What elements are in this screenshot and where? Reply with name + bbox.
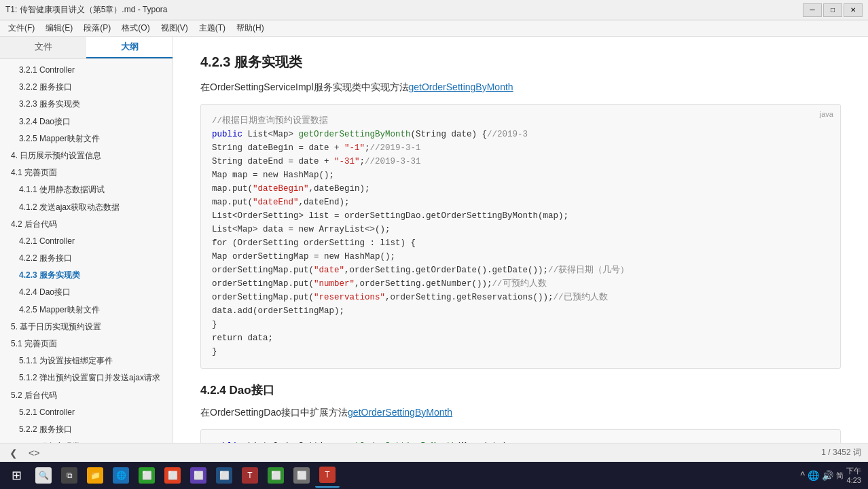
tray-caret[interactable]: ^ [800, 470, 805, 481]
tray-ime[interactable]: 简 [836, 471, 844, 481]
app6-icon: ⬜ [268, 467, 284, 484]
code-line: public List<Map> getOrderSettingByMonth(… [212, 128, 829, 141]
code-line: for (OrderSetting orderSetting : list) { [212, 236, 829, 250]
taskbar-browser[interactable]: 🌐 [109, 463, 133, 488]
code-line: map.put("dateBegin",dateBegin); [212, 182, 829, 196]
editor-area[interactable]: 4.2.3 服务实现类 在OrderSettingServiceImpl服务实现… [173, 37, 868, 443]
code-line: map.put("dateEnd",dateEnd); [212, 196, 829, 209]
outline-item[interactable]: 5.2 后台代码 [0, 387, 173, 404]
taskbar-taskview[interactable]: ⧉ [57, 463, 82, 488]
taskbar-app1[interactable]: ⬜ [134, 463, 159, 488]
bottom-bar: ❮ <> 1 / 3452 词 [0, 443, 868, 462]
outline-item[interactable]: 4.2.2 服务接口 [0, 250, 173, 267]
outline-item[interactable]: 4.1 完善页面 [0, 164, 173, 181]
window-title: T1: 传智健康项目讲义（第5章）.md - Typora [5, 4, 167, 16]
menu-view[interactable]: 视图(V) [156, 21, 194, 35]
lang-tag-423: java [820, 109, 833, 121]
window-controls: ─ □ ✕ [803, 3, 863, 17]
taskbar-app2[interactable]: ⬜ [160, 463, 185, 488]
app7-icon: ⬜ [293, 467, 310, 484]
code-block-423: java //根据日期查询预约设置数据public List<Map> getO… [200, 104, 841, 369]
taskbar: ⊞ 🔍 ⧉ 📁 🌐 ⬜ ⬜ ⬜ ⬜ T ⬜ ⬜ T ^ 🌐 🔊 简 下午 [0, 462, 868, 489]
outline-item[interactable]: 5.1 完善页面 [0, 336, 173, 352]
browser-icon: 🌐 [113, 467, 129, 484]
code-line: List<OrderSetting> list = orderSettingDa… [212, 209, 829, 223]
close-button[interactable]: ✕ [844, 3, 863, 17]
outline-item[interactable]: 5.2.1 Controller [0, 404, 173, 421]
taskbar-search[interactable]: 🔍 [31, 463, 56, 488]
menu-bar: 文件(F) 编辑(E) 段落(P) 格式(O) 视图(V) 主题(T) 帮助(H… [0, 20, 868, 37]
code-line: orderSettingMap.put("reservations",order… [212, 291, 829, 304]
taskbar-files[interactable]: 📁 [83, 463, 107, 488]
link-getOrderSettingByMonth[interactable]: getOrderSettingByMonth [409, 82, 513, 92]
tab-outline[interactable]: 大纲 [86, 37, 173, 58]
search-icon: 🔍 [35, 467, 52, 484]
minimize-button[interactable]: ─ [803, 3, 822, 17]
start-button[interactable]: ⊞ [3, 463, 30, 488]
code-line: String dateEnd = date + "-31";//2019-3-3… [212, 155, 829, 168]
outline-item[interactable]: 4.2.3 服务实现类 [0, 267, 173, 284]
maximize-button[interactable]: □ [823, 3, 842, 17]
taskbar-app3[interactable]: ⬜ [186, 463, 211, 488]
description-424: 在OrderSettingDao接口中扩展方法getOrderSettingBy… [200, 405, 841, 421]
menu-theme[interactable]: 主题(T) [194, 21, 231, 35]
taskview-icon: ⧉ [61, 467, 77, 484]
menu-edit[interactable]: 编辑(E) [40, 21, 78, 35]
tray-network[interactable]: 🌐 [808, 470, 819, 481]
nav-left-button[interactable]: ❮ [7, 448, 20, 458]
nav-code-button[interactable]: <> [26, 448, 42, 458]
code-line: //根据日期查询预约设置数据 [212, 114, 829, 128]
sidebar-tabs: 文件 大纲 [0, 37, 173, 59]
start-icon: ⊞ [12, 468, 22, 483]
app-body: 文件 大纲 3.2.1 Controller3.2.2 服务接口3.2.3 服务… [0, 37, 868, 443]
description-423: 在OrderSettingServiceImpl服务实现类中实现方法getOrd… [200, 79, 841, 96]
outline-item[interactable]: 5. 基于日历实现预约设置 [0, 319, 173, 336]
taskbar-app6[interactable]: ⬜ [264, 463, 288, 488]
title-bar: T1: 传智健康项目讲义（第5章）.md - Typora ─ □ ✕ [0, 0, 868, 20]
clock-time: 4:23 [846, 475, 861, 485]
outline-item[interactable]: 4. 日历展示预约设置信息 [0, 147, 173, 164]
menu-file[interactable]: 文件(F) [3, 21, 40, 35]
outline-item[interactable]: 5.1.2 弹出预约设置窗口并发送ajax请求 [0, 369, 173, 386]
heading-424: 4.2.4 Dao接口 [200, 382, 841, 398]
link-getOrderSettingByMonth2[interactable]: getOrderSettingByMonth [348, 407, 452, 418]
code-line: List<Map> data = new ArrayList<>(); [212, 223, 829, 236]
menu-help[interactable]: 帮助(H) [231, 21, 270, 35]
outline-item[interactable]: 4.2.5 Mapper映射文件 [0, 302, 173, 319]
heading-423: 4.2.3 服务实现类 [200, 53, 841, 71]
outline-item[interactable]: 3.2.1 Controller [0, 62, 173, 79]
outline-panel: 3.2.1 Controller3.2.2 服务接口3.2.3 服务实现类3.2… [0, 59, 173, 443]
taskbar-app5[interactable]: T [238, 463, 262, 488]
outline-item[interactable]: 3.2.5 Mapper映射文件 [0, 130, 173, 147]
taskbar-active-app[interactable]: T [315, 463, 340, 488]
code-line: } [212, 345, 829, 359]
outline-item[interactable]: 3.2.2 服务接口 [0, 79, 173, 96]
code-line: String dateBegin = date + "-1";//2019-3-… [212, 141, 829, 155]
code-line: data.add(orderSettingMap); [212, 304, 829, 318]
outline-item[interactable]: 5.1.1 为设置按钮绑定事件 [0, 352, 173, 369]
code-line: } [212, 318, 829, 331]
menu-paragraph[interactable]: 段落(P) [78, 21, 116, 35]
app5-icon: T [242, 467, 258, 484]
clock-ampm: 下午 [846, 466, 861, 475]
tray-volume[interactable]: 🔊 [822, 470, 833, 481]
tab-file[interactable]: 文件 [0, 37, 86, 58]
outline-item[interactable]: 3.2.3 服务实现类 [0, 96, 173, 113]
sidebar: 文件 大纲 3.2.1 Controller3.2.2 服务接口3.2.3 服务… [0, 37, 173, 443]
outline-item[interactable]: 4.2.1 Controller [0, 233, 173, 250]
outline-item[interactable]: 5.2.3 服务实现类 [0, 438, 173, 443]
outline-item[interactable]: 5.2.2 服务接口 [0, 421, 173, 438]
files-icon: 📁 [87, 467, 103, 484]
outline-item[interactable]: 4.1.1 使用静态数据调试 [0, 181, 173, 198]
menu-format[interactable]: 格式(O) [116, 21, 155, 35]
code-block-424: public List<OrderSetting> getOrderSettin… [200, 429, 841, 443]
outline-item[interactable]: 4.1.2 发送ajax获取动态数据 [0, 199, 173, 216]
taskbar-app7[interactable]: ⬜ [289, 463, 314, 488]
code-line: orderSettingMap.put("date",orderSetting.… [212, 264, 829, 277]
outline-item[interactable]: 3.2.4 Dao接口 [0, 113, 173, 130]
outline-item[interactable]: 4.2.4 Dao接口 [0, 284, 173, 301]
outline-item[interactable]: 4.2 后台代码 [0, 216, 173, 233]
taskbar-app4[interactable]: ⬜ [212, 463, 236, 488]
app3-icon: ⬜ [190, 467, 206, 484]
system-clock[interactable]: 下午 4:23 [846, 466, 861, 486]
